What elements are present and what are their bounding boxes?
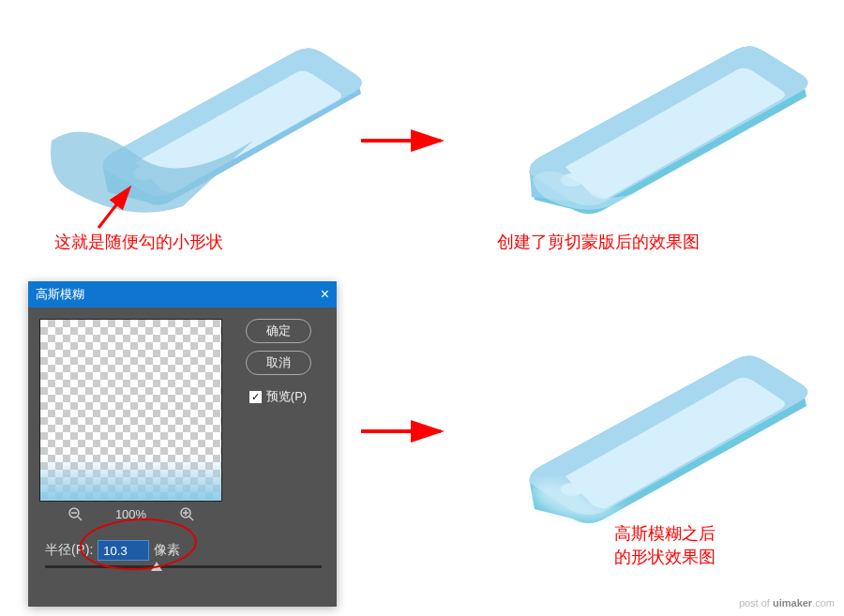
phone-illustration-before	[38, 5, 366, 224]
arrow-indicator-small	[89, 183, 136, 234]
radius-slider[interactable]	[45, 565, 322, 568]
caption-after-blur: 高斯模糊之后 的形状效果图	[614, 522, 716, 569]
gaussian-blur-dialog: 高斯模糊 × 确定 取消 ✓ 预览(P) 100% 半径(R): 10.3 像素	[28, 281, 337, 607]
arrow-right-bottom	[356, 417, 455, 445]
ok-button[interactable]: 确定	[246, 319, 311, 343]
phone-illustration-after-mask	[460, 5, 816, 233]
radius-input[interactable]: 10.3	[98, 540, 149, 561]
dialog-titlebar[interactable]: 高斯模糊 ×	[28, 281, 337, 308]
zoom-level: 100%	[115, 507, 146, 521]
preview-content	[39, 458, 222, 502]
close-icon[interactable]: ×	[321, 286, 329, 303]
radius-label: 半径(R):	[45, 542, 93, 559]
preview-label: 预览(P)	[266, 388, 307, 405]
zoom-in-icon[interactable]	[179, 506, 194, 521]
phone-illustration-after-blur	[460, 314, 816, 543]
svg-line-7	[78, 517, 82, 520]
radius-slider-thumb[interactable]	[151, 562, 162, 571]
preview-canvas[interactable]	[39, 319, 222, 502]
watermark: post of uimaker.com	[739, 597, 835, 608]
dialog-title: 高斯模糊	[36, 286, 84, 303]
caption-after-mask: 创建了剪切蒙版后的效果图	[497, 231, 700, 254]
cancel-button[interactable]: 取消	[246, 351, 311, 375]
caption-line1: 高斯模糊之后	[614, 524, 716, 543]
caption-line2: 的形状效果图	[614, 548, 716, 566]
radius-unit: 像素	[154, 542, 180, 559]
svg-line-10	[189, 517, 193, 520]
caption-before: 这就是随便勾的小形状	[54, 231, 223, 254]
svg-line-1	[98, 194, 125, 228]
preview-checkbox[interactable]: ✓	[249, 391, 262, 403]
zoom-out-icon[interactable]	[68, 506, 83, 521]
arrow-right-top	[356, 127, 455, 155]
